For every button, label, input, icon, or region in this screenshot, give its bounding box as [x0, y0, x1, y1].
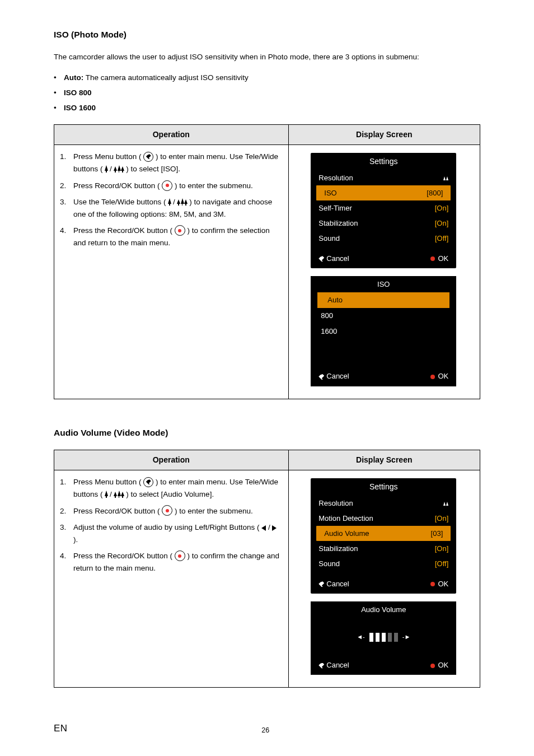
wrench-icon — [318, 374, 324, 380]
cancel-button[interactable]: Cancel — [318, 660, 349, 671]
vol-bar — [382, 633, 386, 642]
step-3: Use the Tele/Wide buttons ( / ) to navig… — [60, 196, 282, 220]
record-dot-icon — [430, 580, 438, 588]
option-800[interactable]: 800 — [311, 308, 456, 324]
section1-table: Operation Display Screen Press Menu butt… — [54, 124, 480, 399]
section2-title: Audio Volume (Video Mode) — [54, 426, 480, 440]
record-ok-icon — [175, 550, 185, 561]
menu-icon — [143, 152, 153, 162]
step-2: Press Record/OK button ( ) to enter the … — [60, 180, 282, 192]
menu-row-audio[interactable]: Audio Volume[03] — [316, 526, 451, 541]
wrench-icon — [318, 581, 324, 587]
screen-title: Settings — [311, 153, 456, 170]
ok-button[interactable]: OK — [430, 253, 448, 264]
iso-submenu-screen: ISO Auto 800 1600 Cancel OK — [311, 276, 456, 386]
section1-title: ISO (Photo Mode) — [54, 28, 480, 41]
step-1: Press Menu button ( ) to enter main menu… — [60, 151, 282, 175]
tele-icon — [105, 165, 107, 172]
ok-button[interactable]: OK — [430, 371, 448, 382]
settings-screen: Settings Resolution ISO[800] Self-Timer[… — [311, 153, 456, 268]
wide-icon — [114, 165, 124, 172]
menu-row-iso[interactable]: ISO[800] — [316, 185, 451, 200]
menu-row-resolution[interactable]: Resolution — [311, 170, 456, 185]
record-ok-icon — [175, 225, 185, 236]
bullet-label: ISO 1600 — [64, 104, 96, 112]
menu-row-stabilization[interactable]: Stabilization[On] — [311, 541, 456, 556]
option-auto[interactable]: Auto — [317, 292, 449, 308]
col-display: Display Screen — [288, 124, 480, 145]
vol-right-icon: -► — [402, 632, 411, 642]
lang-label: EN — [54, 721, 68, 736]
vol-bar — [388, 633, 392, 642]
tree-value-icon — [443, 498, 448, 509]
screen-title: ISO — [311, 276, 456, 292]
menu-row-motion[interactable]: Motion Detection[On] — [311, 511, 456, 526]
wide-icon — [177, 198, 188, 206]
wrench-icon — [318, 256, 324, 262]
bullet-label: ISO 800 — [64, 88, 92, 97]
left-arrow-icon — [261, 525, 266, 531]
vol-left-icon: ◄- — [357, 632, 365, 642]
ok-button[interactable]: OK — [430, 578, 448, 590]
menu-row-sound[interactable]: Sound[Off] — [311, 557, 456, 572]
display-cell: Settings Resolution Motion Detection[On]… — [288, 470, 480, 688]
record-dot-icon — [430, 661, 438, 669]
col-operation: Operation — [54, 450, 289, 470]
tele-icon — [168, 198, 171, 206]
wide-icon — [114, 491, 124, 498]
bullet-text: The camera automaticeally adjust ISO sen… — [83, 73, 249, 82]
page-footer: EN 26 — [54, 721, 480, 736]
screen-title: Settings — [311, 478, 456, 496]
col-display: Display Screen — [288, 450, 480, 470]
screen-title: Audio Volume — [311, 601, 456, 618]
operation-cell: Press Menu button ( ) to enter main menu… — [54, 470, 289, 688]
wrench-icon — [318, 663, 324, 669]
col-operation: Operation — [54, 124, 289, 145]
volume-bars[interactable]: ◄- -► — [311, 618, 456, 656]
vol-bar — [369, 633, 373, 642]
menu-icon — [143, 477, 153, 487]
record-ok-icon — [162, 505, 172, 516]
step-3: Adjust the volume of audio by using Left… — [60, 521, 282, 545]
bullet-auto: Auto: The camera automaticeally adjust I… — [54, 72, 480, 84]
section1-intro: The camcorder allows the user to adjust … — [54, 52, 480, 63]
cancel-button[interactable]: Cancel — [318, 578, 349, 590]
menu-row-sound[interactable]: Sound[Off] — [311, 231, 456, 246]
vol-bar — [376, 633, 380, 642]
record-ok-icon — [162, 180, 172, 191]
menu-row-resolution[interactable]: Resolution — [311, 496, 456, 511]
settings-screen: Settings Resolution Motion Detection[On]… — [311, 478, 456, 594]
step-2: Press Record/OK button ( ) to enter the … — [60, 505, 282, 517]
step-1: Press Menu button ( ) to enter main menu… — [60, 476, 282, 500]
record-dot-icon — [430, 372, 438, 380]
bullet-iso800: ISO 800 — [54, 87, 480, 99]
tele-icon — [105, 491, 107, 498]
bullet-iso1600: ISO 1600 — [54, 102, 480, 114]
page-number: 26 — [68, 725, 463, 736]
operation-cell: Press Menu button ( ) to enter main menu… — [54, 145, 289, 399]
right-arrow-icon — [272, 525, 277, 531]
step-4: Press the Record/OK button ( ) to confir… — [60, 550, 282, 574]
section1-bullets: Auto: The camera automaticeally adjust I… — [54, 72, 480, 114]
record-dot-icon — [430, 254, 438, 263]
cancel-button[interactable]: Cancel — [318, 253, 349, 264]
step-4: Press the Record/OK button ( ) to confir… — [60, 225, 282, 249]
vol-bar — [394, 633, 398, 642]
menu-row-stabilization[interactable]: Stabilization[On] — [311, 216, 456, 231]
tree-value-icon — [443, 172, 448, 184]
audio-volume-screen: Audio Volume ◄- -► Cancel OK — [311, 601, 456, 675]
display-cell: Settings Resolution ISO[800] Self-Timer[… — [288, 145, 480, 399]
bullet-label: Auto: — [64, 73, 83, 82]
option-1600[interactable]: 1600 — [311, 324, 456, 339]
menu-row-selftimer[interactable]: Self-Timer[On] — [311, 200, 456, 216]
section2-table: Operation Display Screen Press Menu butt… — [54, 450, 480, 688]
cancel-button[interactable]: Cancel — [318, 371, 349, 382]
ok-button[interactable]: OK — [430, 660, 448, 671]
